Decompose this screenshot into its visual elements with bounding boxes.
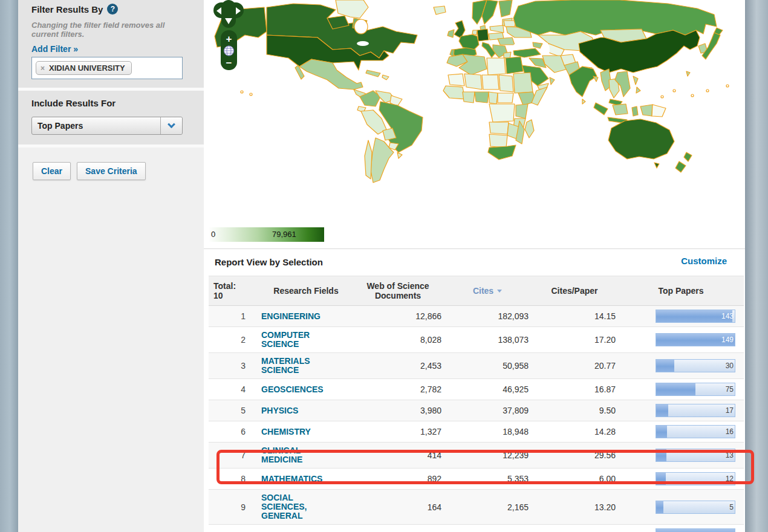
table-row: 5 PHYSICS 3,980 37,809 9.50 17 bbox=[209, 400, 744, 421]
research-field-link[interactable]: MATERIALS SCIENCE bbox=[261, 357, 335, 375]
table-row: 1 ENGINEERING 12,866 182,093 14.15 143 bbox=[209, 306, 744, 326]
top-papers-bar-fill bbox=[656, 426, 667, 438]
esi-page: Filter Results By ? Changing the filter … bbox=[0, 0, 768, 532]
filter-tag: × XIDIAN UNIVERSITY bbox=[36, 61, 132, 75]
row-cites-per-paper: 17.20 bbox=[531, 327, 618, 352]
top-papers-value: 143 bbox=[721, 310, 734, 322]
map-region-south-america[interactable] bbox=[357, 91, 423, 183]
top-papers-bar: 13 bbox=[656, 449, 735, 462]
row-docs: 8,028 bbox=[352, 327, 444, 352]
row-cites-per-paper: 14.28 bbox=[531, 421, 618, 442]
row-docs: 2,782 bbox=[352, 379, 444, 400]
research-field-link[interactable]: CLINICAL MEDICINE bbox=[261, 446, 335, 464]
row-rank: 1 bbox=[209, 306, 260, 326]
row-field-cell: CHEMISTRY bbox=[260, 421, 352, 442]
row-cites-per-paper: 9.50 bbox=[531, 400, 618, 421]
table-row: 9 SOCIAL SCIENCES, GENERAL 164 2,165 13.… bbox=[209, 489, 744, 524]
top-papers-bar-fill bbox=[656, 473, 666, 485]
column-header-cites[interactable]: Cites bbox=[444, 276, 531, 305]
row-rank: 6 bbox=[209, 421, 260, 442]
row-top-papers-cell: 75 bbox=[618, 379, 744, 400]
column-header-research-fields[interactable]: Research Fields bbox=[260, 276, 352, 305]
row-cites: 516,472 bbox=[444, 525, 531, 532]
column-header-top-papers[interactable]: Top Papers bbox=[618, 276, 744, 305]
zoom-out-icon[interactable]: − bbox=[226, 57, 232, 69]
table-row: 2 COMPUTER SCIENCE 8,028 138,073 17.20 1… bbox=[209, 326, 744, 352]
report-table: Total: 10 Research Fields Web of Science… bbox=[209, 276, 744, 532]
row-cites: 37,809 bbox=[444, 400, 531, 421]
row-docs: 3,980 bbox=[352, 400, 444, 421]
research-field-link[interactable]: MATHEMATICS bbox=[261, 475, 335, 484]
row-cites: 46,925 bbox=[444, 379, 531, 400]
row-cites: 12,239 bbox=[444, 443, 531, 468]
top-papers-bar: 17 bbox=[656, 404, 735, 417]
top-papers-bar: 12 bbox=[656, 472, 735, 485]
map-zoom-control[interactable]: + − bbox=[221, 30, 237, 70]
table-header: Total: 10 Research Fields Web of Science… bbox=[209, 276, 744, 306]
filter-sidebar: Filter Results By ? Changing the filter … bbox=[18, 0, 204, 532]
row-cites-per-paper: 20.77 bbox=[531, 353, 618, 378]
top-papers-bar-fill bbox=[656, 360, 674, 372]
row-field-cell: MATHEMATICS bbox=[260, 469, 352, 489]
table-row: 0 ALL FIELDS 34,324 516,472 15.05 470 bbox=[209, 524, 744, 532]
row-field-cell: PHYSICS bbox=[260, 400, 352, 421]
top-papers-value: 16 bbox=[726, 426, 734, 438]
remove-filter-icon[interactable]: × bbox=[41, 64, 45, 73]
table-row: 6 CHEMISTRY 1,327 18,948 14.28 16 bbox=[209, 421, 744, 442]
row-rank: 3 bbox=[209, 353, 260, 378]
top-papers-bar-fill bbox=[656, 383, 695, 395]
report-title: Report View by Selection bbox=[215, 257, 323, 267]
map-pan-control[interactable] bbox=[213, 0, 244, 28]
row-top-papers-cell: 149 bbox=[618, 327, 744, 352]
dropdown-selected-value: Top Papers bbox=[32, 117, 160, 134]
cites-label: Cites bbox=[473, 286, 493, 296]
table-row: 4 GEOSCIENCES 2,782 46,925 16.87 75 bbox=[209, 378, 744, 400]
customize-link[interactable]: Customize bbox=[681, 256, 727, 266]
help-icon[interactable]: ? bbox=[107, 4, 118, 15]
row-top-papers-cell: 143 bbox=[618, 306, 744, 326]
top-papers-value: 470 bbox=[721, 529, 734, 532]
row-top-papers-cell: 16 bbox=[618, 421, 744, 442]
table-row: 3 MATERIALS SCIENCE 2,453 50,958 20.77 3… bbox=[209, 352, 744, 378]
include-results-dropdown[interactable]: Top Papers bbox=[31, 117, 183, 135]
map-region-asia-east[interactable] bbox=[569, 28, 723, 123]
row-docs: 892 bbox=[352, 469, 444, 489]
row-top-papers-cell: 30 bbox=[618, 353, 744, 378]
row-docs: 164 bbox=[352, 490, 444, 524]
table-row: 8 MATHEMATICS 892 5,353 6.00 12 bbox=[209, 468, 744, 489]
research-field-link[interactable]: CHEMISTRY bbox=[261, 427, 335, 436]
top-papers-bar: 470 bbox=[656, 528, 735, 532]
total-count: 10 bbox=[213, 291, 223, 300]
main-content: + − 0 79,961 R bbox=[204, 0, 745, 532]
row-rank: 5 bbox=[209, 400, 260, 421]
top-papers-bar-fill bbox=[656, 404, 668, 417]
row-docs: 34,324 bbox=[352, 525, 444, 532]
research-field-link[interactable]: GEOSCIENCES bbox=[261, 385, 335, 394]
dropdown-button[interactable] bbox=[160, 117, 182, 134]
row-docs: 2,453 bbox=[352, 353, 444, 378]
filter-panel-title: Filter Results By ? bbox=[31, 4, 193, 15]
top-papers-value: 5 bbox=[729, 501, 734, 513]
clear-button[interactable]: Clear bbox=[33, 162, 71, 180]
column-header-cites-per-paper[interactable]: Cites/Paper bbox=[531, 276, 618, 305]
add-filter-link[interactable]: Add Filter » bbox=[31, 44, 78, 54]
research-field-link[interactable]: COMPUTER SCIENCE bbox=[261, 331, 335, 349]
research-field-link[interactable]: ENGINEERING bbox=[261, 312, 335, 321]
column-header-total: Total: 10 bbox=[209, 276, 260, 305]
chevron-down-icon bbox=[168, 120, 175, 128]
research-field-link[interactable]: PHYSICS bbox=[261, 406, 335, 415]
row-field-cell: ALL FIELDS bbox=[260, 525, 352, 532]
row-cites: 2,165 bbox=[444, 490, 531, 524]
top-papers-bar-fill bbox=[656, 449, 666, 461]
research-field-link[interactable]: SOCIAL SCIENCES, GENERAL bbox=[261, 493, 335, 521]
legend-max-value: 79,961 bbox=[272, 230, 296, 239]
row-field-cell: MATERIALS SCIENCE bbox=[260, 353, 352, 378]
column-header-wos-documents[interactable]: Web of Science Documents bbox=[352, 276, 444, 305]
include-results-panel: Include Results For Top Papers bbox=[18, 91, 204, 148]
top-papers-bar: 30 bbox=[656, 359, 735, 372]
zoom-in-icon[interactable]: + bbox=[226, 33, 232, 45]
table-row: 7 CLINICAL MEDICINE 414 12,239 29.56 13 bbox=[209, 442, 744, 468]
save-criteria-button[interactable]: Save Criteria bbox=[77, 162, 146, 180]
globe-icon[interactable] bbox=[224, 46, 234, 56]
world-map[interactable] bbox=[209, 0, 744, 225]
